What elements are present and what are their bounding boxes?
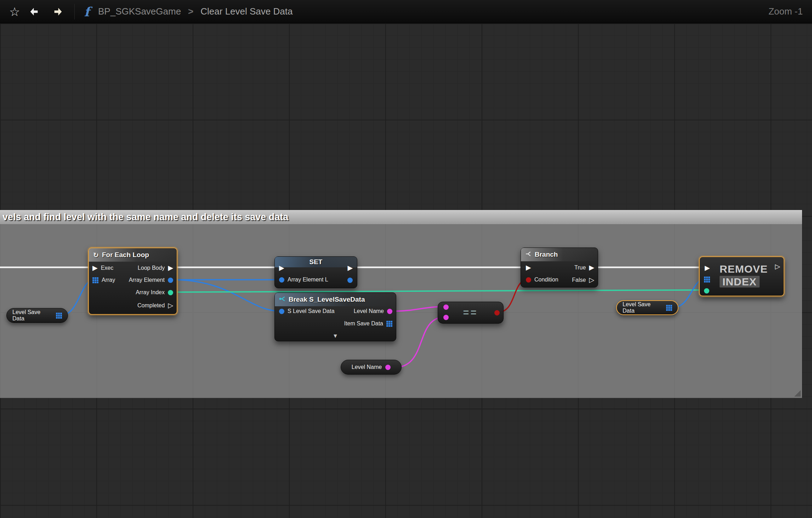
blueprint-editor: ☆ f BP_SGKSaveGame > Clear Level Save Da…	[0, 0, 812, 518]
favorite-star-icon[interactable]: ☆	[9, 6, 20, 18]
bool-pin-icon[interactable]	[494, 310, 500, 315]
pin-level-name-out[interactable]: Level Name	[354, 308, 392, 314]
zoom-level-label: Zoom -1	[768, 6, 803, 17]
int-pin-icon[interactable]	[704, 288, 709, 294]
pin-label: S Level Save Data	[288, 308, 335, 314]
pin-label: True	[574, 264, 586, 271]
name-pin-icon[interactable]	[443, 315, 449, 320]
array-pin-icon[interactable]	[666, 305, 668, 307]
node-remove-index[interactable]: REMOVE INDEX ▶ ▷	[699, 256, 784, 296]
node-branch[interactable]: Branch ▶ True ▶ Condition False ▷	[521, 247, 598, 288]
node-title: For Each Loop	[102, 251, 149, 259]
node-title: SET	[310, 258, 323, 266]
pin-loop-body[interactable]: Loop Body ▶	[138, 264, 173, 271]
node-get-level-save-data[interactable]: Level Save Data	[6, 308, 68, 323]
pin-label: Array	[102, 277, 115, 283]
pin-array-element[interactable]: Array Element	[129, 277, 173, 283]
comment-resize-handle[interactable]	[794, 390, 801, 397]
node-for-each-loop[interactable]: ↻ For Each Loop ▶ Exec Loop Body ▶ Array…	[88, 247, 177, 315]
node-header[interactable]: Break S_LevelSaveData	[275, 293, 396, 306]
pin-array[interactable]: Array	[92, 277, 115, 283]
pin-label: Loop Body	[138, 265, 165, 271]
compact-title-line1: REMOVE	[720, 263, 768, 275]
array-pin-icon[interactable]	[92, 277, 94, 279]
pin-s-level-save-data[interactable]: S Level Save Data	[279, 308, 335, 314]
object-pin-icon[interactable]	[168, 278, 173, 283]
back-arrow-icon[interactable]	[27, 4, 42, 19]
exec-pin-icon[interactable]: ▶	[92, 264, 98, 271]
bool-pin-icon[interactable]	[526, 277, 531, 283]
forward-arrow-icon[interactable]	[50, 4, 65, 19]
exec-pin-icon[interactable]: ▶	[589, 264, 594, 271]
int-pin-icon[interactable]	[168, 290, 173, 295]
pin-condition[interactable]: Condition	[526, 277, 558, 283]
break-struct-icon	[279, 296, 285, 304]
breadcrumb-chevron: >	[188, 6, 193, 17]
exec-pin-icon[interactable]: ▶	[705, 264, 710, 271]
node-break-s-levelsavedata[interactable]: Break S_LevelSaveData S Level Save Data …	[274, 292, 396, 341]
pin-false[interactable]: False ▷	[572, 277, 594, 283]
name-pin-icon[interactable]	[443, 304, 449, 310]
exec-pin-hollow-icon[interactable]: ▷	[168, 302, 173, 309]
name-pin-icon[interactable]	[387, 309, 392, 314]
node-set-array-element[interactable]: SET ▶ ▶ Array Element L	[274, 256, 357, 288]
branch-icon	[525, 251, 532, 259]
pin-label: Array Element	[129, 277, 165, 283]
array-pin-icon[interactable]	[704, 277, 706, 278]
breadcrumb-current[interactable]: Clear Level Save Data	[200, 6, 293, 17]
loop-icon: ↻	[93, 251, 99, 259]
collapse-arrow-icon[interactable]: ▼	[333, 333, 338, 339]
pin-item-save-data-out[interactable]: Item Save Data	[344, 320, 392, 327]
breadcrumb-root[interactable]: BP_SGKSaveGame	[98, 6, 181, 17]
toolbar: ☆ f BP_SGKSaveGame > Clear Level Save Da…	[0, 0, 812, 23]
variable-label: Level Save Data	[12, 309, 52, 322]
toolbar-separator	[74, 4, 75, 19]
node-title: Branch	[535, 251, 558, 258]
pin-completed[interactable]: Completed ▷	[137, 302, 173, 309]
compact-title-line2: INDEX	[720, 276, 760, 288]
function-icon: f	[84, 4, 90, 19]
pin-array-index[interactable]: Array Index	[136, 289, 173, 296]
node-header[interactable]: ↻ For Each Loop	[89, 248, 177, 262]
compact-node-title: REMOVE INDEX	[720, 263, 768, 288]
pin-label: Item Save Data	[344, 320, 383, 327]
pin-label: Array Element L	[288, 277, 328, 283]
name-pin-icon[interactable]	[385, 365, 391, 370]
exec-pin-hollow-icon[interactable]: ▷	[775, 263, 780, 270]
pin-label: Array Index	[136, 289, 165, 296]
exec-pin-icon[interactable]: ▶	[526, 264, 531, 271]
node-header[interactable]: Branch	[521, 248, 598, 261]
array-pin-icon[interactable]	[386, 321, 388, 323]
array-pin-icon[interactable]	[56, 313, 58, 314]
pin-array-element-l[interactable]: Array Element L	[279, 277, 328, 283]
pin-label: Completed	[137, 302, 165, 309]
node-equals[interactable]: ==	[438, 302, 504, 324]
node-get-level-name[interactable]: Level Name	[341, 360, 402, 375]
pin-exec[interactable]: ▶ Exec	[92, 264, 113, 271]
object-pin-out-icon[interactable]	[347, 278, 353, 283]
exec-pin-hollow-icon[interactable]: ▷	[589, 277, 594, 283]
node-title: Break S_LevelSaveData	[289, 296, 365, 303]
object-pin-icon[interactable]	[279, 277, 284, 283]
exec-pin-icon[interactable]: ▶	[168, 264, 173, 271]
struct-pin-icon[interactable]	[279, 309, 284, 314]
node-header[interactable]: SET	[275, 257, 357, 267]
pin-label: Exec	[101, 265, 114, 271]
exec-pin-icon[interactable]: ▶	[279, 264, 284, 271]
pin-true[interactable]: True ▶	[574, 264, 594, 271]
comment-title[interactable]: vels and find level with the same name a…	[0, 210, 802, 224]
node-get-level-save-data-2[interactable]: Level Save Data	[616, 300, 678, 315]
pin-label: Level Name	[354, 308, 384, 314]
pin-label: Condition	[534, 277, 558, 283]
variable-label: Level Name	[352, 364, 382, 370]
pin-label: False	[572, 277, 586, 283]
exec-pin-icon[interactable]: ▶	[347, 264, 353, 271]
variable-label: Level Save Data	[623, 301, 663, 314]
